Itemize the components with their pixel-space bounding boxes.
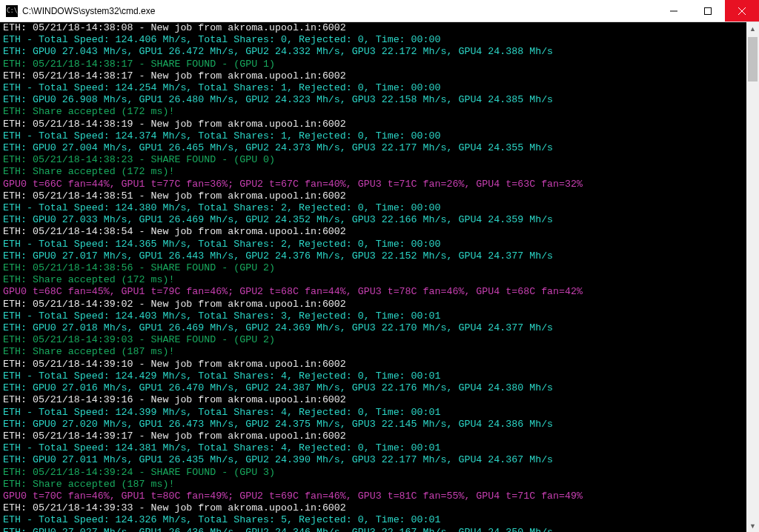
terminal-line: ETH: 05/21/18-14:39:02 - New job from ak… [3,299,743,310]
terminal-line: ETH: GPU0 27.033 Mh/s, GPU1 26.469 Mh/s,… [3,214,743,226]
terminal-line: ETH: 05/21/18-14:38:17 - New job from ak… [3,70,743,82]
maximize-button[interactable] [691,0,725,21]
terminal-line: ETH - Total Speed: 124.429 Mh/s, Total S… [3,370,743,382]
terminal-line: ETH: 05/21/18-14:38:51 - New job from ak… [3,190,743,202]
terminal-line: ETH: 05/21/18-14:38:08 - New job from ak… [3,22,743,34]
terminal-line: ETH: 05/21/18-14:39:24 - SHARE FOUND - (… [3,467,743,479]
terminal-line: ETH: GPU0 27.017 Mh/s, GPU1 26.443 Mh/s,… [3,250,743,262]
terminal-line: ETH: GPU0 27.020 Mh/s, GPU1 26.473 Mh/s,… [3,419,743,430]
terminal-line: ETH - Total Speed: 124.399 Mh/s, Total S… [3,407,743,419]
terminal-line: ETH: GPU0 27.018 Mh/s, GPU1 26.469 Mh/s,… [3,322,743,334]
terminal-output[interactable]: ETH: 05/21/18-14:38:08 - New job from ak… [0,22,746,532]
terminal-line: ETH: Share accepted (172 ms)! [3,274,743,286]
window-controls [657,0,759,21]
minimize-icon [670,7,677,15]
terminal-line: ETH - Total Speed: 124.381 Mh/s, Total S… [3,442,743,454]
minimize-button[interactable] [657,0,691,21]
terminal-line: ETH: GPU0 27.004 Mh/s, GPU1 26.465 Mh/s,… [3,142,743,154]
terminal-line: ETH: Share accepted (187 ms)! [3,346,743,358]
terminal-line: ETH: 05/21/18-14:39:10 - New job from ak… [3,359,743,370]
terminal-line: ETH: Share accepted (172 ms)! [3,106,743,118]
close-button[interactable] [725,0,759,21]
terminal-line: ETH: GPU0 27.027 Mh/s, GPU1 26.436 Mh/s,… [3,527,743,532]
maximize-icon [704,7,712,15]
vertical-scrollbar[interactable]: ▲ ▼ [746,22,759,532]
terminal-line: ETH - Total Speed: 124.380 Mh/s, Total S… [3,202,743,214]
window-titlebar: C:\WINDOWS\system32\cmd.exe [0,0,759,22]
terminal-line: ETH: GPU0 27.043 Mh/s, GPU1 26.472 Mh/s,… [3,46,743,58]
scroll-down-button[interactable]: ▼ [746,519,759,532]
close-icon [738,7,746,15]
terminal-line: ETH: 05/21/18-14:39:17 - New job from ak… [3,430,743,442]
terminal-line: ETH: 05/21/18-14:38:17 - SHARE FOUND - (… [3,59,743,70]
terminal-line: ETH: 05/21/18-14:38:54 - New job from ak… [3,226,743,238]
terminal-line: ETH: Share accepted (187 ms)! [3,479,743,491]
terminal-line: ETH - Total Speed: 124.254 Mh/s, Total S… [3,82,743,94]
terminal-line: ETH - Total Speed: 124.365 Mh/s, Total S… [3,239,743,250]
terminal-line: ETH - Total Speed: 124.406 Mh/s, Total S… [3,34,743,46]
terminal-line: ETH: 05/21/18-14:38:23 - SHARE FOUND - (… [3,154,743,166]
window-title: C:\WINDOWS\system32\cmd.exe [22,0,657,22]
terminal-line: ETH: GPU0 27.011 Mh/s, GPU1 26.435 Mh/s,… [3,454,743,466]
terminal-line: ETH: 05/21/18-14:39:16 - New job from ak… [3,394,743,406]
terminal-wrap: ETH: 05/21/18-14:38:08 - New job from ak… [0,22,759,532]
terminal-line: ETH: Share accepted (172 ms)! [3,166,743,178]
terminal-line: ETH - Total Speed: 124.403 Mh/s, Total S… [3,310,743,322]
terminal-line: ETH: GPU0 26.908 Mh/s, GPU1 26.480 Mh/s,… [3,94,743,106]
terminal-line: GPU0 t=66C fan=44%, GPU1 t=77C fan=36%; … [3,179,743,190]
terminal-line: GPU0 t=70C fan=46%, GPU1 t=80C fan=49%; … [3,491,743,502]
terminal-line: ETH: 05/21/18-14:39:33 - New job from ak… [3,502,743,514]
terminal-line: ETH: GPU0 27.016 Mh/s, GPU1 26.470 Mh/s,… [3,382,743,394]
terminal-line: ETH: 05/21/18-14:38:19 - New job from ak… [3,119,743,130]
terminal-line: ETH - Total Speed: 124.374 Mh/s, Total S… [3,130,743,142]
cmd-icon [6,5,18,17]
terminal-line: GPU0 t=68C fan=45%, GPU1 t=79C fan=46%; … [3,286,743,298]
scroll-up-button[interactable]: ▲ [746,22,759,35]
terminal-line: ETH: 05/21/18-14:39:03 - SHARE FOUND - (… [3,334,743,346]
scroll-thumb[interactable] [748,37,758,82]
terminal-line: ETH: 05/21/18-14:38:56 - SHARE FOUND - (… [3,262,743,274]
svg-rect-1 [705,7,712,14]
terminal-line: ETH - Total Speed: 124.326 Mh/s, Total S… [3,514,743,526]
